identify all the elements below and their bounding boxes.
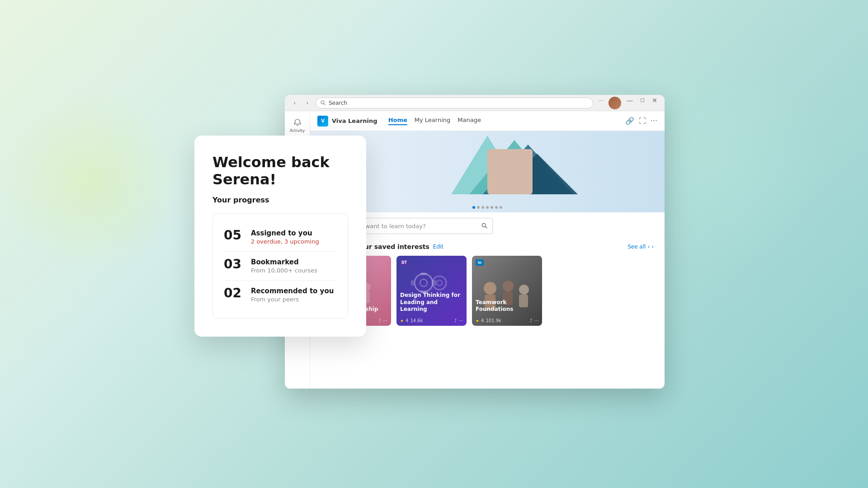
recommended-count: 02	[224, 287, 244, 300]
svg-line-1	[324, 103, 325, 105]
svg-point-24	[503, 281, 514, 291]
svg-rect-18	[420, 272, 427, 275]
sidebar-item-activity[interactable]: Activity	[287, 115, 308, 136]
svg-point-14	[415, 274, 433, 292]
chevron-left-icon: ‹	[647, 244, 650, 250]
svg-point-26	[519, 285, 529, 295]
card-1-share-icon[interactable]: ⤴	[379, 318, 381, 323]
course-card-design[interactable]: DT	[396, 256, 467, 326]
svg-rect-21	[434, 280, 436, 286]
chevron-right-icon: ›	[651, 244, 654, 250]
hero-dot-3[interactable]	[481, 206, 484, 209]
viva-nav-right: 🔗 ⛶ ···	[625, 117, 657, 125]
search-submit-icon[interactable]	[481, 223, 488, 229]
hero-dot-6[interactable]	[495, 206, 498, 209]
nav-my-learning[interactable]: My Learning	[415, 117, 450, 125]
more-icon[interactable]: ···	[651, 117, 657, 125]
assigned-subtitle: 2 overdue, 3 upcoming	[251, 238, 319, 245]
card-2-footer: ★ 4 14.6k ⤴ ···	[400, 318, 463, 323]
nav-home[interactable]: Home	[388, 117, 407, 125]
card-2-title: Design Thinking for Leading and Learning	[400, 292, 463, 313]
expand-icon[interactable]: ⛶	[639, 117, 646, 125]
welcome-title: Welcome back Serena!	[212, 154, 348, 188]
browser-titlebar: ‹ › Search ··· — ◻ ✕	[285, 95, 665, 111]
minimize-btn[interactable]: —	[625, 97, 635, 109]
progress-item-bookmarked[interactable]: 03 Bookmarked From 10,000+ courses	[224, 252, 337, 281]
viva-nav: V Viva Learning Home My Learning Manage …	[310, 111, 665, 131]
card-2-more-icon[interactable]: ···	[458, 318, 463, 323]
svg-line-9	[485, 226, 487, 228]
search-icon	[321, 100, 326, 106]
viva-logo-text: Viva Learning	[332, 117, 377, 124]
card-3-learners: 101.9k	[486, 318, 501, 323]
hero-dot-5[interactable]	[491, 206, 493, 209]
card-3-badge: in	[476, 259, 484, 266]
main-container: ‹ › Search ··· — ◻ ✕	[231, 81, 637, 407]
card-3-title: Teamwork Foundations	[476, 299, 538, 313]
card-2-share-icon[interactable]: ⤴	[454, 318, 457, 323]
hero-dot-7[interactable]	[500, 206, 502, 209]
activity-label: Activity	[290, 128, 305, 133]
see-all-btn[interactable]: See all ‹ ›	[627, 244, 654, 250]
svg-point-15	[420, 279, 427, 286]
card-3-footer: ★ 4 101.9k ⤴ ···	[476, 318, 538, 323]
hero-dots	[472, 206, 502, 209]
svg-point-0	[321, 101, 324, 104]
card-2-rating: 4	[406, 318, 408, 323]
browser-forward-btn[interactable]: ›	[303, 99, 312, 108]
user-avatar[interactable]	[609, 97, 621, 109]
section-header: Based on your saved interests Edit See a…	[321, 243, 654, 250]
bg-decoration-left	[0, 90, 181, 271]
assigned-info: Assigned to you 2 overdue, 3 upcoming	[251, 229, 319, 245]
window-controls: ··· — ◻ ✕	[597, 97, 659, 109]
progress-item-recommended[interactable]: 02 Recommended to you From your peers	[224, 281, 337, 309]
welcome-card: Welcome back Serena! Your progress 05 As…	[194, 136, 366, 337]
svg-point-17	[437, 280, 442, 286]
recommended-info: Recommended to you From your peers	[251, 287, 334, 303]
card-3-rating: 4	[481, 318, 484, 323]
svg-point-22	[484, 282, 496, 295]
viva-nav-links: Home My Learning Manage	[388, 117, 481, 125]
bookmarked-title: Bookmarked	[251, 258, 317, 266]
viva-logo-icon: V	[317, 116, 328, 127]
card-3-more-icon[interactable]: ···	[534, 318, 538, 323]
assigned-title: Assigned to you	[251, 229, 319, 237]
course-cards: GH Corporate Entrepreneurship ★	[321, 256, 654, 326]
card-2-star: ★	[400, 319, 404, 323]
recommended-subtitle: From your peers	[251, 296, 334, 303]
progress-card: 05 Assigned to you 2 overdue, 3 upcoming…	[212, 213, 348, 319]
assigned-count: 05	[224, 229, 244, 242]
hero-dot-4[interactable]	[486, 206, 489, 209]
hero-dot-2[interactable]	[477, 206, 480, 209]
maximize-btn[interactable]: ◻	[638, 97, 646, 109]
progress-label: Your progress	[212, 196, 348, 204]
nav-manage[interactable]: Manage	[458, 117, 481, 125]
address-bar[interactable]: Search	[316, 98, 593, 108]
card-1-more-icon[interactable]: ···	[383, 318, 387, 323]
recommended-title: Recommended to you	[251, 287, 334, 295]
close-btn[interactable]: ✕	[650, 97, 659, 109]
share-icon[interactable]: 🔗	[625, 117, 634, 125]
bookmarked-subtitle: From 10,000+ courses	[251, 267, 317, 274]
edit-interests-btn[interactable]: Edit	[433, 244, 443, 250]
card-3-star: ★	[476, 319, 479, 323]
bell-icon	[293, 118, 302, 127]
bookmarked-count: 03	[224, 258, 244, 271]
card-3-share-icon[interactable]: ⤴	[530, 318, 532, 323]
card-2-learners: 14.6k	[410, 318, 423, 323]
progress-item-assigned[interactable]: 05 Assigned to you 2 overdue, 3 upcoming	[224, 223, 337, 252]
viva-logo: V Viva Learning	[317, 116, 377, 127]
hero-dot-1[interactable]	[472, 206, 475, 209]
svg-rect-20	[411, 280, 414, 286]
course-card-teamwork[interactable]: in Teamwork Foundations	[472, 256, 542, 326]
browser-back-btn[interactable]: ‹	[290, 99, 299, 108]
svg-point-8	[482, 223, 486, 227]
address-text: Search	[329, 100, 347, 106]
more-options-btn[interactable]: ···	[597, 97, 605, 105]
svg-rect-7	[487, 149, 533, 194]
bookmarked-info: Bookmarked From 10,000+ courses	[251, 258, 317, 274]
